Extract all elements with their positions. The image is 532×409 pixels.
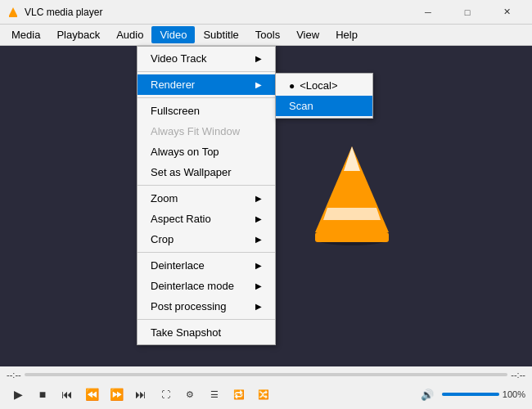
fullscreen-ctrl-button[interactable]: ⛶ [154,383,177,406]
play-button[interactable]: ▶ [7,383,29,406]
extended-settings-button[interactable]: ⚙ [178,383,201,406]
loop-button[interactable]: 🔁 [228,383,250,406]
menu-deinterlace[interactable]: Deinterlace ▶ [138,255,275,276]
minimize-button[interactable]: ─ [409,0,447,25]
arrow-icon: ▶ [255,54,262,63]
menu-set-wallpaper[interactable]: Set as Wallpaper [138,162,275,182]
arrow-icon: ▶ [255,261,262,270]
vlc-icon [7,6,20,19]
menu-always-fit: Always Fit Window [138,121,275,142]
title-bar: VLC media player ─ □ ✕ [0,0,532,25]
vlc-cone-graphic [303,142,401,249]
menu-deinterlace-mode[interactable]: Deinterlace mode ▶ [138,276,275,296]
menu-view[interactable]: View [288,26,327,43]
menu-aspect-ratio[interactable]: Aspect Ratio ▶ [138,209,275,229]
menu-crop[interactable]: Crop ▶ [138,229,275,249]
menu-subtitle[interactable]: Subtitle [195,26,246,43]
menu-tools[interactable]: Tools [247,26,288,43]
volume-bar[interactable] [442,393,499,396]
separator [138,319,275,320]
renderer-scan[interactable]: Scan [276,96,372,116]
svg-rect-1 [9,16,17,17]
svg-marker-0 [9,7,17,16]
stop-button[interactable]: ■ [31,383,54,406]
fast-forward-button[interactable]: ⏩ [105,383,128,406]
menu-bar: Media Playback Audio Video Subtitle Tool… [0,25,532,46]
seek-bar[interactable] [25,373,508,376]
arrow-icon: ▶ [255,302,262,311]
rewind-button[interactable]: ⏪ [80,383,103,406]
check-icon: ● [289,80,295,92]
menu-renderer[interactable]: Renderer ▶ ● <Local> Scan [138,74,275,95]
arrow-icon: ▶ [255,235,262,244]
menu-media[interactable]: Media [3,26,48,43]
menu-audio[interactable]: Audio [108,26,151,43]
bottom-bar: --:-- --:-- ▶ ■ ⏮ ⏪ ⏩ ⏭ ⛶ ⚙ ☰ 🔁 🔀 🔊 100% [0,366,532,409]
controls-row: ▶ ■ ⏮ ⏪ ⏩ ⏭ ⛶ ⚙ ☰ 🔁 🔀 🔊 100% [0,381,532,409]
svg-marker-4 [344,146,360,171]
separator [138,185,275,186]
shuffle-button[interactable]: 🔀 [252,383,275,406]
next-button[interactable]: ⏭ [129,383,152,406]
menu-fullscreen[interactable]: Fullscreen [138,101,275,121]
menu-playback[interactable]: Playback [48,26,108,43]
menu-post-processing[interactable]: Post processing ▶ [138,296,275,317]
arrow-icon: ▶ [255,214,262,223]
menu-video[interactable]: Video [151,26,195,43]
prev-button[interactable]: ⏮ [56,383,79,406]
separator [138,71,275,72]
playlist-button[interactable]: ☰ [203,383,226,406]
volume-container: 🔊 100% [416,383,525,406]
window-title: VLC media player [25,7,409,18]
menu-help[interactable]: Help [327,26,366,43]
arrow-icon: ▶ [255,281,262,290]
volume-percent: 100% [503,389,525,399]
arrow-icon: ▶ [255,194,262,203]
seek-bar-container: --:-- --:-- [0,366,532,381]
maximize-button[interactable]: □ [449,0,486,25]
close-button[interactable]: ✕ [488,0,525,25]
mute-button[interactable]: 🔊 [416,383,439,406]
renderer-local[interactable]: ● <Local> [276,75,372,96]
menu-zoom[interactable]: Zoom ▶ [138,188,275,209]
video-dropdown: Video Track ▶ Renderer ▶ ● <Local> Scan … [137,46,276,345]
menu-take-snapshot[interactable]: Take Snapshot [138,322,275,343]
separator [138,97,275,98]
volume-fill [442,393,499,396]
arrow-icon: ▶ [255,80,262,89]
svg-rect-6 [315,232,389,242]
window-controls: ─ □ ✕ [409,0,525,25]
renderer-submenu: ● <Local> Scan [275,73,373,119]
current-time: --:-- [7,370,21,380]
menu-always-on-top[interactable]: Always on Top [138,142,275,162]
total-time: --:-- [511,370,525,380]
separator [138,252,275,253]
svg-marker-5 [323,208,381,220]
menu-video-track[interactable]: Video Track ▶ [138,48,275,69]
